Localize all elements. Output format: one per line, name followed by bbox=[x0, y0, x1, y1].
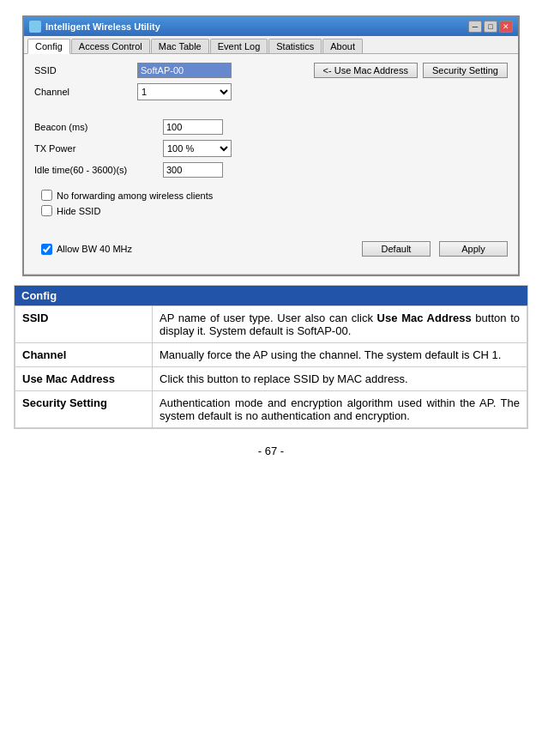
app-icon bbox=[29, 21, 41, 33]
page-number: - 67 - bbox=[258, 445, 284, 457]
doc-term-3: Security Setting bbox=[15, 391, 153, 428]
doc-term-1: Channel bbox=[15, 343, 153, 367]
tab-statistics[interactable]: Statistics bbox=[268, 39, 322, 53]
tx-power-select[interactable]: 100 % 75 % 50 % 25 % bbox=[163, 140, 232, 157]
channel-label: Channel bbox=[34, 87, 137, 97]
ssid-input[interactable] bbox=[137, 63, 232, 78]
security-setting-button[interactable]: Security Setting bbox=[423, 63, 508, 78]
window-controls: ─ □ ✕ bbox=[468, 21, 513, 33]
doc-header: Config bbox=[15, 286, 527, 305]
allow-bw-row: Allow BW 40 MHz bbox=[34, 244, 132, 255]
doc-row-3: Security SettingAuthentication mode and … bbox=[15, 391, 527, 428]
doc-row-1: ChannelManually force the AP using the c… bbox=[15, 343, 527, 367]
channel-select[interactable]: 1 2 3 6 11 bbox=[137, 83, 232, 100]
doc-row-2: Use Mac AddressClick this button to repl… bbox=[15, 367, 527, 391]
doc-term-2: Use Mac Address bbox=[15, 367, 153, 391]
apply-button[interactable]: Apply bbox=[439, 241, 508, 257]
beacon-label: Beacon (ms) bbox=[34, 122, 163, 132]
doc-desc-0: AP name of user type. User also can clic… bbox=[153, 306, 527, 343]
tab-about[interactable]: About bbox=[322, 39, 363, 53]
doc-term-0: SSID bbox=[15, 306, 153, 343]
idle-time-label: Idle time(60 - 3600)(s) bbox=[34, 165, 163, 175]
tab-mac-table[interactable]: Mac Table bbox=[151, 39, 209, 53]
doc-table: SSIDAP name of user type. User also can … bbox=[15, 305, 527, 428]
allow-bw-checkbox[interactable] bbox=[41, 244, 52, 255]
config-form: SSID <- Use Mac Address Security Setting… bbox=[24, 54, 518, 275]
beacon-input[interactable] bbox=[163, 119, 223, 135]
tx-power-label: TX Power bbox=[34, 143, 163, 154]
doc-row-0: SSIDAP name of user type. User also can … bbox=[15, 306, 527, 343]
doc-desc-1: Manually force the AP using the channel.… bbox=[153, 343, 527, 367]
documentation-section: Config SSIDAP name of user type. User al… bbox=[14, 285, 528, 429]
tab-config[interactable]: Config bbox=[27, 39, 70, 54]
app-window: Intelligent Wireless Utility ─ □ ✕ Confi… bbox=[22, 15, 520, 276]
title-bar-left: Intelligent Wireless Utility bbox=[29, 21, 160, 33]
tab-bar: Config Access Control Mac Table Event Lo… bbox=[24, 36, 518, 54]
idle-time-input[interactable] bbox=[163, 162, 223, 178]
no-forward-label: No forwarding among wireless clients bbox=[57, 191, 213, 201]
tab-access-control[interactable]: Access Control bbox=[71, 39, 150, 53]
maximize-button[interactable]: □ bbox=[484, 21, 497, 33]
tab-event-log[interactable]: Event Log bbox=[210, 39, 268, 53]
use-mac-address-button[interactable]: <- Use Mac Address bbox=[314, 63, 418, 78]
title-bar: Intelligent Wireless Utility ─ □ ✕ bbox=[24, 17, 518, 36]
ssid-label: SSID bbox=[34, 65, 137, 76]
window-title: Intelligent Wireless Utility bbox=[45, 21, 160, 32]
close-button[interactable]: ✕ bbox=[499, 21, 513, 33]
hide-ssid-row: Hide SSID bbox=[34, 205, 508, 216]
allow-bw-label: Allow BW 40 MHz bbox=[57, 244, 132, 254]
no-forward-checkbox[interactable] bbox=[41, 190, 52, 201]
doc-desc-2: Click this button to replace SSID by MAC… bbox=[153, 367, 527, 391]
doc-desc-3: Authentication mode and encryption algor… bbox=[153, 391, 527, 428]
no-forward-row: No forwarding among wireless clients bbox=[34, 190, 508, 201]
minimize-button[interactable]: ─ bbox=[468, 21, 482, 33]
hide-ssid-checkbox[interactable] bbox=[41, 205, 52, 216]
default-button[interactable]: Default bbox=[362, 241, 431, 257]
hide-ssid-label: Hide SSID bbox=[57, 206, 100, 216]
